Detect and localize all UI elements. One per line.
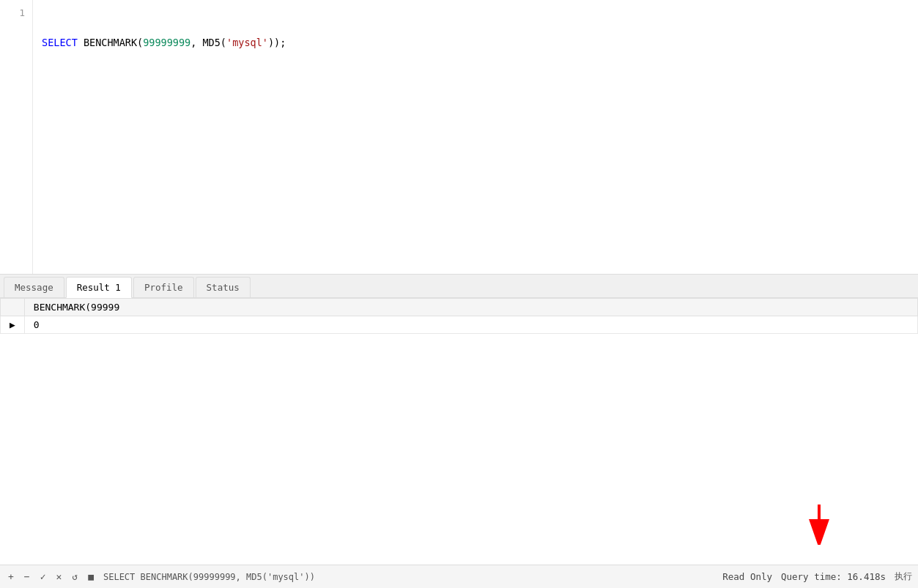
extra-label: 执行 (895, 570, 912, 583)
fn-close: )); (268, 35, 286, 50)
tab-message[interactable]: Message (4, 277, 64, 297)
readonly-label: Read Only (722, 571, 772, 582)
num-99999999: 99999999 (143, 35, 190, 50)
results-table: BENCHMARK(99999 ▶ 0 (0, 298, 918, 334)
cancel-button[interactable]: ✕ (53, 570, 64, 584)
fn-md5: , MD5( (190, 35, 226, 50)
add-button[interactable]: + (6, 570, 16, 584)
tabs-bar: Message Result 1 Profile Status (0, 275, 918, 298)
tab-result1[interactable]: Result 1 (66, 277, 132, 298)
refresh-button[interactable]: ↺ (70, 570, 80, 584)
row-value-cell: 0 (24, 316, 917, 334)
status-bar: + − ✓ ✕ ↺ ■ SELECT BENCHMARK(99999999, M… (0, 565, 918, 588)
tab-status[interactable]: Status (196, 277, 251, 297)
str-mysql: 'mysql' (226, 35, 268, 50)
results-area: BENCHMARK(99999 ▶ 0 (0, 298, 918, 565)
stop-button[interactable]: ■ (86, 570, 96, 584)
table-row: ▶ 0 (1, 316, 918, 334)
editor-area: 1 SELECT BENCHMARK( 99999999 , MD5( 'mys… (0, 0, 918, 275)
toolbar-buttons: + − ✓ ✕ ↺ ■ (6, 570, 96, 584)
results-scroll[interactable]: BENCHMARK(99999 ▶ 0 (0, 298, 918, 565)
status-bar-right: Read Only Query time: 16.418s 执行 (722, 570, 912, 583)
line-numbers: 1 (0, 0, 33, 274)
query-time-label: Query time: 16.418s (781, 571, 886, 582)
confirm-button[interactable]: ✓ (38, 570, 48, 584)
tab-profile[interactable]: Profile (133, 277, 194, 297)
col-indicator-header (1, 299, 25, 316)
row-arrow-cell: ▶ (1, 316, 25, 334)
code-line-1: SELECT BENCHMARK( 99999999 , MD5( 'mysql… (42, 35, 909, 50)
status-query-text: SELECT BENCHMARK(99999999, MD5('mysql')) (96, 572, 722, 582)
remove-button[interactable]: − (22, 570, 32, 584)
fn-benchmark: BENCHMARK( (78, 35, 143, 50)
keyword-select: SELECT (42, 35, 78, 50)
row-arrow-icon: ▶ (10, 319, 15, 330)
code-editor[interactable]: SELECT BENCHMARK( 99999999 , MD5( 'mysql… (33, 0, 918, 274)
col-benchmark-header: BENCHMARK(99999 (24, 299, 917, 316)
line-number-1: 1 (0, 6, 32, 21)
